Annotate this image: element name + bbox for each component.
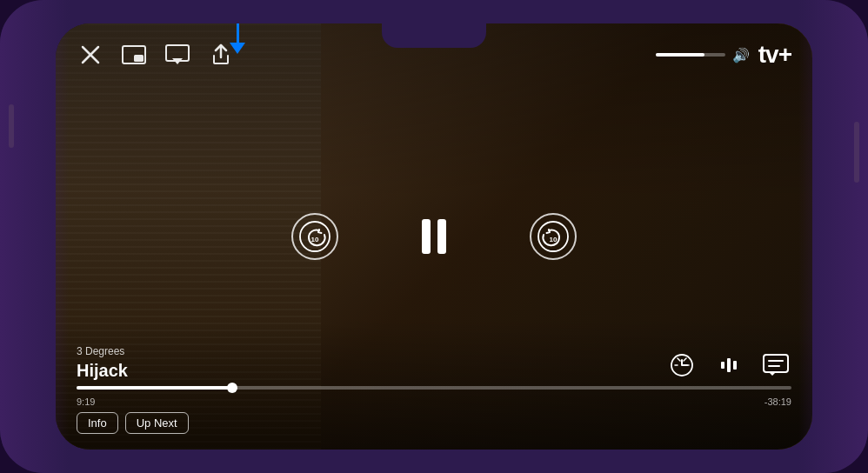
up-next-button[interactable]: Up Next [125, 412, 189, 434]
arrow-shaft [237, 23, 239, 43]
notch [382, 23, 486, 48]
episode-title: Hijack [77, 361, 128, 381]
forward-button[interactable]: 10 [530, 213, 577, 260]
top-left-controls [77, 41, 235, 69]
content-info: 3 Degrees Hijack [77, 345, 128, 381]
airplay-indicator [230, 23, 245, 54]
svg-text:10: 10 [311, 236, 319, 243]
volume-button[interactable] [9, 104, 14, 148]
bottom-section: 3 Degrees Hijack [56, 345, 812, 450]
close-button[interactable] [77, 41, 104, 69]
time-labels: 9:19 -38:19 [56, 396, 812, 407]
pause-bar-left [422, 219, 431, 254]
svg-rect-3 [134, 55, 144, 62]
airplay-button[interactable] [164, 41, 191, 69]
power-button[interactable] [854, 122, 859, 183]
playback-controls-right [666, 350, 791, 381]
volume-track [656, 53, 725, 57]
rewind-button[interactable]: 10 [291, 213, 338, 260]
tv-plus-label: tv+ [758, 43, 791, 67]
pause-icon [422, 219, 446, 254]
progress-fill [77, 386, 234, 390]
screen: 🔊 tv+ 10 [56, 23, 812, 450]
arrow-head [230, 43, 245, 54]
pip-button[interactable] [120, 41, 148, 69]
speed-button[interactable] [666, 350, 698, 381]
info-button[interactable]: Info [77, 412, 118, 434]
volume-fill [656, 53, 704, 57]
subtitles-button[interactable] [760, 350, 791, 381]
audio-button[interactable] [713, 350, 744, 381]
progress-thumb[interactable] [227, 383, 237, 393]
pause-bar-right [437, 219, 446, 254]
progress-area[interactable] [56, 386, 812, 390]
top-right-controls: 🔊 tv+ [656, 43, 791, 67]
svg-rect-14 [764, 355, 788, 372]
volume-control[interactable]: 🔊 [656, 47, 750, 63]
center-controls: 10 10 [291, 210, 577, 263]
pause-button[interactable] [408, 210, 460, 263]
svg-text:10: 10 [550, 236, 558, 243]
svg-rect-11 [721, 362, 724, 369]
show-title: 3 Degrees [77, 345, 128, 357]
svg-rect-13 [733, 361, 737, 370]
ui-layer: 🔊 tv+ 10 [56, 23, 812, 450]
remaining-time: -38:19 [765, 396, 791, 407]
bottom-tags: Info Up Next [77, 412, 791, 434]
progress-bar[interactable] [77, 386, 791, 390]
appletv-logo: tv+ [758, 43, 791, 67]
svg-rect-12 [727, 358, 731, 372]
phone-frame: 🔊 tv+ 10 [0, 0, 868, 473]
volume-icon: 🔊 [732, 47, 750, 63]
current-time: 9:19 [77, 396, 95, 407]
